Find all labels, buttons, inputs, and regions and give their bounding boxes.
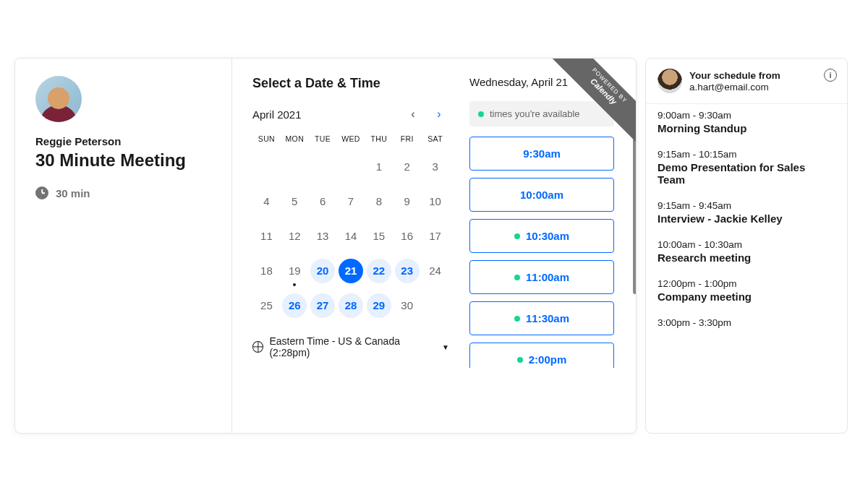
calendar-day-29[interactable]: 29: [365, 292, 393, 319]
calendar-day-23[interactable]: 23: [393, 257, 421, 285]
calendar-day-28[interactable]: 28: [337, 292, 365, 319]
availability-dot-icon: [514, 316, 520, 322]
info-icon[interactable]: i: [824, 69, 837, 82]
event-name: Interview - Jackie Kelley: [658, 212, 835, 225]
calendar-day-13: 13: [309, 223, 337, 250]
day-number: 1: [367, 155, 391, 179]
meeting-title: 30 Minute Meeting: [35, 150, 211, 171]
calendar-day-6: 6: [309, 188, 337, 215]
globe-icon: [252, 341, 263, 353]
day-number: 19: [282, 259, 307, 283]
event-time: 9:15am - 9:45am: [658, 200, 835, 211]
timeslot-button[interactable]: 10:00am: [469, 178, 614, 212]
calendar-day-4: 4: [252, 188, 281, 215]
booking-card: Reggie Peterson 30 Minute Meeting 30 min…: [14, 58, 637, 434]
day-number: 16: [395, 224, 420, 249]
timeslot-label: 10:00am: [520, 189, 563, 201]
scrollbar-thumb[interactable]: [633, 128, 637, 294]
timeslot-scrollbar[interactable]: [633, 128, 637, 418]
weekday-header: SUNMONTUEWEDTHUFRISAT: [252, 134, 449, 143]
event-time: 9:15am - 10:15am: [658, 149, 835, 160]
calendar-day-27[interactable]: 27: [309, 292, 337, 319]
chevron-down-icon: ▼: [442, 343, 449, 351]
timeslot-label: 10:30am: [526, 230, 569, 242]
timeslot-panel: Wednesday, April 21 times you're availab…: [469, 59, 636, 433]
schedule-title: Your schedule from: [689, 69, 780, 82]
availability-dot-icon: [514, 233, 520, 239]
calendar-day-10: 10: [421, 188, 449, 215]
day-number: 21: [339, 259, 363, 283]
calendar-day-2: 2: [393, 153, 421, 181]
day-number: 30: [395, 293, 420, 318]
timeslot-button[interactable]: 11:30am: [469, 301, 614, 335]
calendar-day-16: 16: [393, 223, 421, 250]
day-number: 27: [310, 293, 335, 318]
next-month-button[interactable]: ›: [432, 107, 446, 121]
meeting-summary-panel: Reggie Peterson 30 Minute Meeting 30 min: [15, 59, 232, 433]
schedule-event: 9:15am - 9:45amInterview - Jackie Kelley: [658, 200, 835, 225]
host-avatar: [35, 76, 82, 122]
schedule-event: 12:00pm - 1:00pmCompany meeting: [658, 278, 835, 303]
availability-dot-icon: [517, 357, 523, 363]
timeslot-label: 11:00am: [526, 271, 569, 283]
event-name: Research meeting: [658, 251, 835, 264]
calendar-day-26[interactable]: 26: [281, 292, 309, 319]
schedule-event: 9:15am - 10:15amDemo Presentation for Sa…: [658, 149, 835, 186]
timeslot-button[interactable]: 9:30am: [469, 137, 614, 171]
availability-legend: times you're available: [469, 101, 614, 126]
day-number: 8: [367, 189, 391, 214]
calendar-day-8: 8: [365, 188, 393, 215]
calendar-day-5: 5: [281, 188, 309, 215]
day-number: 25: [254, 293, 278, 318]
day-number: 10: [423, 189, 448, 214]
availability-dot-icon: [514, 275, 520, 280]
day-number: 20: [310, 259, 335, 283]
weekday-label: FRI: [393, 134, 421, 143]
calendar-panel: Select a Date & Time April 2021 ‹ › SUNM…: [232, 59, 469, 433]
timeslot-label: 2:00pm: [529, 353, 567, 366]
event-time: 10:00am - 10:30am: [658, 239, 835, 250]
timeslot-button[interactable]: 2:00pm: [469, 343, 614, 368]
timeslot-list: 9:30am10:00am10:30am11:00am11:30am2:00pm: [469, 137, 614, 368]
timeslot-label: 9:30am: [523, 147, 561, 160]
calendar-day-22[interactable]: 22: [365, 257, 393, 285]
calendar-day-21[interactable]: 21: [337, 257, 365, 285]
weekday-label: WED: [337, 134, 365, 143]
day-number: 24: [423, 259, 448, 283]
calendar-day-1: 1: [365, 153, 393, 181]
calendar-day-17: 17: [421, 223, 449, 250]
event-time: 9:00am - 9:30am: [658, 110, 835, 121]
day-number: 12: [282, 224, 307, 249]
day-number: 7: [339, 189, 363, 214]
weekday-label: SAT: [421, 134, 449, 143]
day-number: 23: [395, 259, 420, 283]
day-number: 22: [367, 259, 391, 283]
clock-icon: [35, 186, 48, 199]
timezone-selector[interactable]: Eastern Time - US & Canada (2:28pm) ▼: [252, 335, 449, 358]
calendar-day-14: 14: [337, 223, 365, 250]
timeslot-button[interactable]: 10:30am: [469, 219, 614, 253]
meeting-duration: 30 min: [35, 186, 211, 199]
schedule-card: Your schedule from a.hart@email.com i 9:…: [645, 58, 848, 434]
day-number: 6: [310, 189, 335, 214]
schedule-event: 3:00pm - 3:30pm: [658, 317, 835, 330]
calendar-day-15: 15: [365, 223, 393, 250]
day-number: 4: [254, 189, 278, 214]
prev-month-button[interactable]: ‹: [406, 107, 420, 121]
calendar-grid: 1234567891011121314151617181920212223242…: [252, 153, 449, 319]
schedule-event: 9:00am - 9:30amMorning Standup: [658, 110, 835, 134]
calendar-day-9: 9: [393, 188, 421, 215]
calendar-day-20[interactable]: 20: [309, 257, 337, 285]
day-number: 17: [423, 224, 448, 249]
calendar-day-12: 12: [281, 223, 309, 250]
day-number: 3: [423, 155, 448, 179]
picker-title: Select a Date & Time: [252, 76, 449, 91]
event-time: 3:00pm - 3:30pm: [658, 317, 835, 328]
duration-label: 30 min: [56, 187, 90, 199]
event-name: Demo Presentation for Sales Team: [658, 161, 835, 186]
timeslot-button[interactable]: 11:00am: [469, 260, 614, 294]
timezone-label: Eastern Time - US & Canada (2:28pm): [269, 335, 436, 358]
weekday-label: THU: [365, 134, 393, 143]
weekday-label: TUE: [309, 134, 337, 143]
day-number: 29: [367, 293, 391, 318]
